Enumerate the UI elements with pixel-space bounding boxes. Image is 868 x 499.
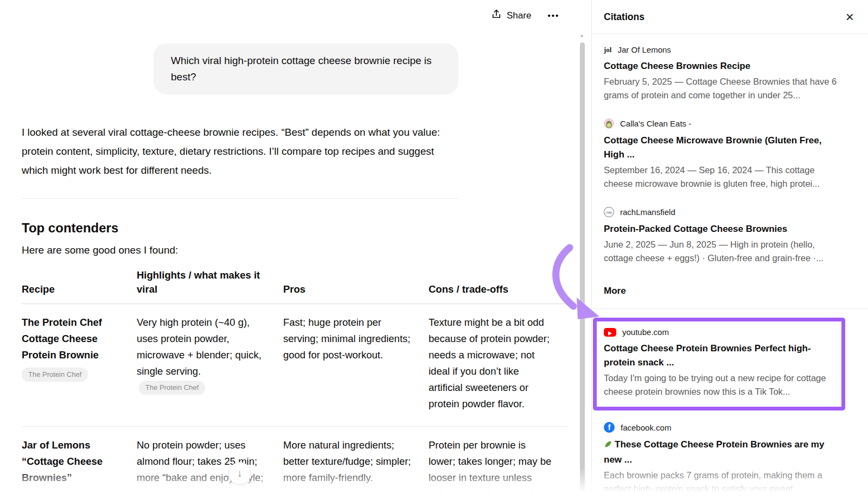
highlights-text: Very high protein (~40 g), uses protein …	[137, 317, 261, 377]
citations-header: Citations ×	[592, 0, 868, 34]
citation-title[interactable]: Cottage Cheese Protein Brownies Perfect …	[604, 342, 834, 370]
table-header-row: Recipe Highlights / what makes it viral …	[22, 268, 567, 304]
facebook-favicon: f	[604, 422, 615, 433]
conversation-actions: Share •••	[491, 9, 559, 22]
table-row: Jar of Lemons “Cottage Cheese Brownies” …	[22, 427, 567, 499]
citation-source: facebook.com	[621, 423, 671, 432]
column-header-cons: Cons / trade-offs	[429, 268, 567, 304]
recipe-comparison-table: Recipe Highlights / what makes it viral …	[22, 268, 567, 499]
citations-list: jol Jar Of Lemons Cottage Cheese Brownie…	[592, 34, 868, 496]
citations-title: Citations	[604, 11, 644, 23]
citation-source: Jar Of Lemons	[617, 45, 671, 54]
rachlmansfield-favicon: rm	[604, 207, 614, 217]
citation-source: Calla's Clean Eats -	[620, 119, 691, 128]
citation-title: These Cottage Cheese Protein Brownies ar…	[604, 439, 824, 465]
cons-text: Protein per brownie is lower; takes long…	[429, 427, 567, 499]
highlights-text: No protein powder; uses almond flour; ta…	[137, 427, 283, 499]
citations-panel: Citations × jol Jar Of Lemons Cottage Ch…	[591, 0, 868, 499]
share-button[interactable]: Share	[491, 9, 531, 22]
citation-title[interactable]: Cottage Cheese Brownies Recipe	[604, 59, 840, 73]
citation-title[interactable]: Protein-Packed Cottage Cheese Brownies	[604, 222, 840, 236]
recipe-name: Jar of Lemons “Cottage Cheese Brownies”	[22, 437, 124, 486]
share-icon	[491, 9, 502, 22]
chat-main-area: Share ••• Which viral high-protein cotta…	[0, 0, 591, 499]
citation-source: rachLmansfield	[620, 207, 675, 217]
source-badge[interactable]: The Protein Chef	[22, 368, 88, 382]
citation-snippet: Today I'm going to be trying out a new r…	[604, 371, 834, 399]
citation-youtube[interactable]: youtube.com Cottage Cheese Protein Brown…	[604, 327, 834, 399]
user-message-text: Which viral high-protein cottage cheese …	[171, 55, 432, 83]
scrollbar-up-arrow-icon[interactable]: ▲	[579, 33, 584, 38]
citation-snippet: February 5, 2025 — Cottage Cheese Browni…	[604, 75, 840, 102]
play-icon	[608, 331, 612, 336]
user-message-bubble: Which viral high-protein cottage cheese …	[154, 43, 458, 94]
assistant-answer: I looked at several viral cottage-cheese…	[22, 123, 567, 499]
share-label: Share	[507, 10, 531, 21]
citations-divider	[592, 308, 868, 309]
pros-text: Fast; huge protein per serving; minimal …	[283, 304, 429, 427]
close-icon[interactable]: ×	[846, 11, 854, 22]
cons-text: Texture might be a bit odd because of pr…	[429, 304, 567, 427]
citation-snippet: September 16, 2024 — Sep 16, 2024 — This…	[604, 163, 840, 191]
citation-source: youtube.com	[622, 327, 669, 337]
citation-jar-of-lemons[interactable]: jol Jar Of Lemons Cottage Cheese Brownie…	[604, 45, 840, 102]
section-divider	[22, 198, 458, 199]
callas-clean-eats-favicon	[604, 118, 614, 129]
table-row: The Protein Chef Cottage Cheese Protein …	[22, 304, 567, 427]
citation-callas-clean-eats[interactable]: Calla's Clean Eats - Cottage Cheese Micr…	[604, 118, 840, 191]
column-header-recipe: Recipe	[22, 268, 137, 304]
section-subtitle: Here are some good ones I found:	[22, 244, 567, 256]
recipe-name: The Protein Chef Cottage Cheese Protein …	[22, 314, 124, 363]
jol-text-favicon: jol	[604, 46, 611, 54]
column-header-pros: Pros	[283, 268, 429, 304]
answer-intro: I looked at several viral cottage-cheese…	[22, 123, 458, 180]
citation-snippet: Each brownie packs 7 grams of protein, m…	[604, 469, 840, 496]
arrow-down-icon: ↓	[237, 468, 242, 479]
citation-snippet: June 2, 2025 — Jun 8, 2025 — High in pro…	[604, 238, 840, 265]
more-citations-button[interactable]: More	[604, 286, 868, 296]
pros-text: More natural ingredients; better texture…	[283, 427, 429, 499]
chat-scrollbar[interactable]	[580, 42, 585, 499]
youtube-favicon	[604, 328, 616, 337]
scroll-to-bottom-button[interactable]: ↓	[228, 462, 251, 485]
leaf-icon	[604, 439, 612, 453]
column-header-highlights: Highlights / what makes it viral	[137, 268, 283, 304]
citation-facebook[interactable]: f facebook.com These Cottage Cheese Prot…	[604, 422, 840, 496]
more-options-button[interactable]: •••	[547, 11, 559, 20]
source-badge[interactable]: The Protein Chef	[139, 381, 205, 395]
annotation-highlight-box: youtube.com Cottage Cheese Protein Brown…	[593, 318, 845, 410]
source-badge[interactable]: Jar Of Lemons	[22, 490, 81, 499]
citation-rachlmansfield[interactable]: rm rachLmansfield Protein-Packed Cottage…	[604, 207, 840, 265]
citation-title[interactable]: Cottage Cheese Microwave Brownie (Gluten…	[604, 134, 840, 162]
section-title: Top contenders	[22, 220, 567, 236]
